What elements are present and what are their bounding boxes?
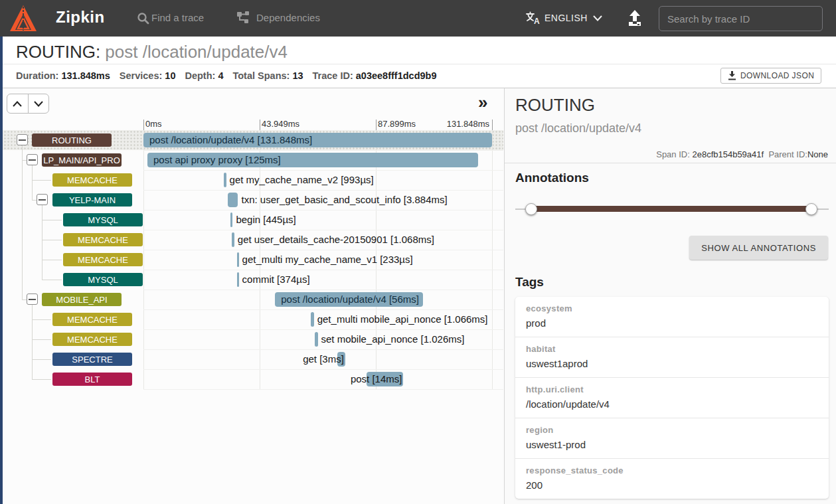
span-bar[interactable] [230, 212, 232, 227]
detail-service-title: ROUTING [515, 95, 595, 116]
ruler-tick-label: 87.899ms [378, 119, 416, 129]
tag-key: habitat [526, 344, 818, 354]
service-pill[interactable]: MYSQL [63, 213, 143, 226]
detail-endpoint: post /location/update/v4 [515, 122, 641, 135]
ruler-tick [492, 120, 493, 130]
ruler-tick-label: 0ms [145, 119, 162, 129]
span-label: get my_cache_name_v2 [993µs] [230, 173, 374, 187]
span-label: get [3ms] [303, 352, 344, 367]
prev-span-button[interactable] [7, 94, 29, 113]
stat-label: Services: [120, 70, 163, 81]
tree-guide-vertical [42, 205, 42, 280]
upload-icon[interactable] [627, 9, 643, 27]
nav-dependencies[interactable]: Dependencies [256, 12, 320, 23]
expander-toggle-icon[interactable] [27, 294, 38, 305]
row-separator [143, 210, 503, 210]
expander-toggle-icon[interactable] [17, 134, 28, 145]
stat-label: Depth: [185, 70, 215, 81]
service-pill[interactable]: SPECTRE [52, 353, 132, 366]
tag-row: ecosystemprod [515, 297, 829, 337]
tree-guide-horizontal [22, 299, 27, 300]
tree-guide-horizontal [42, 280, 62, 280]
span-detail-panel: ROUTING post /location/update/v4 Span ID… [504, 88, 836, 504]
tree-guide-horizontal [32, 359, 51, 360]
span-bar[interactable] [224, 173, 226, 187]
service-pill[interactable]: MOBILE_API [42, 293, 122, 306]
app-header: Zipkin Find a trace Dependencies A ENGLI… [0, 0, 836, 37]
svg-text:A: A [534, 17, 540, 25]
span-label: get user_details_cache-20150901 [1.068ms… [238, 232, 434, 247]
timeline-gridline [143, 130, 144, 390]
ruler-tick-label: 131.848ms [447, 119, 489, 129]
download-json-button[interactable]: DOWNLOAD JSON [720, 68, 821, 84]
zipkin-app: Zipkin Find a trace Dependencies A ENGLI… [0, 0, 836, 504]
service-pill[interactable]: ROUTING [32, 133, 112, 147]
service-pill[interactable]: MYSQL [63, 273, 143, 286]
span-ids-line: Span ID: 2e8cfb154b59a41f Parent ID:None [656, 149, 828, 159]
tree-guide-horizontal [42, 240, 62, 240]
row-separator [143, 389, 503, 390]
show-all-annotations-button[interactable]: SHOW ALL ANNOTATIONS [689, 236, 828, 260]
tree-guide-horizontal [32, 319, 51, 320]
tag-value: uswest1-prod [526, 439, 818, 450]
stat-value: 131.848ms [61, 70, 110, 81]
dependencies-icon [236, 11, 251, 25]
slider-handle-right[interactable] [805, 203, 817, 215]
service-pill[interactable]: MEMCACHE [52, 333, 132, 346]
span-bar[interactable] [228, 193, 238, 207]
tag-row: habitatuswest1aprod [515, 337, 829, 377]
tags-heading: Tags [515, 275, 544, 290]
timeline-gridline [492, 130, 493, 390]
trace-waterfall: » 0ms43.949ms87.899ms131.848msROUTINGpos… [0, 88, 503, 504]
ruler-tick [260, 120, 260, 130]
row-separator [143, 190, 503, 191]
ruler-tick-label: 43.949ms [262, 119, 299, 129]
span-bar[interactable] [237, 272, 239, 287]
service-pill[interactable]: YELP-MAIN [52, 193, 132, 207]
slider-handle-left[interactable] [525, 203, 537, 215]
stat-label: Trace ID: [313, 70, 353, 81]
stat-value: 10 [165, 70, 175, 81]
span-bar[interactable] [311, 312, 313, 327]
row-separator [143, 170, 503, 171]
span-label: txn: user_get_basic_and_scout_info [3.88… [241, 193, 447, 207]
search-icon [137, 12, 149, 25]
expander-toggle-icon[interactable] [27, 154, 38, 165]
translate-icon: A [525, 11, 541, 25]
trace-title-bar: ROUTING: post /location/update/v4 [0, 37, 836, 64]
tree-guide-horizontal [32, 200, 37, 201]
trace-id-search-input[interactable] [659, 6, 823, 31]
service-pill[interactable]: LP_MAIN/API_PRO [42, 153, 122, 167]
span-label: get_multi mobile_api_nonce [1.066ms] [317, 312, 488, 327]
expander-toggle-icon[interactable] [37, 194, 48, 205]
stat-label: Duration: [16, 70, 58, 81]
service-pill[interactable]: MEMCACHE [63, 233, 143, 246]
trace-title: ROUTING: post /location/update/v4 [16, 42, 288, 62]
next-span-button[interactable] [29, 94, 49, 113]
language-selector[interactable]: ENGLISH [544, 13, 588, 23]
nav-find-a-trace[interactable]: Find a trace [151, 12, 204, 23]
tag-key: ecosystem [526, 303, 818, 313]
tag-value: uswest1aprod [526, 358, 818, 369]
tree-guide-horizontal [32, 379, 51, 380]
tag-row: regionuswest1-prod [515, 418, 829, 458]
span-bar[interactable] [237, 252, 239, 267]
collapse-detail-icon[interactable]: » [478, 92, 487, 113]
stat-value: 13 [292, 70, 303, 81]
span-bar[interactable] [315, 332, 317, 347]
brand-title[interactable]: Zipkin [56, 8, 105, 27]
tree-guide-vertical [32, 165, 33, 200]
download-icon [728, 71, 736, 80]
tag-value: /location/update/v4 [526, 398, 818, 410]
span-label: begin [445µs] [236, 212, 295, 227]
tree-guide-horizontal [42, 260, 62, 260]
service-pill[interactable]: MEMCACHE [52, 173, 132, 187]
service-pill[interactable]: MEMCACHE [52, 313, 132, 326]
span-bar[interactable] [232, 232, 234, 247]
chevron-down-icon[interactable] [593, 15, 602, 21]
span-nav-buttons [7, 94, 49, 114]
annotation-slider-range[interactable] [531, 206, 811, 212]
service-pill[interactable]: BLT [52, 373, 132, 386]
service-pill[interactable]: MEMCACHE [63, 253, 143, 266]
span-label: commit [374µs] [242, 272, 310, 287]
